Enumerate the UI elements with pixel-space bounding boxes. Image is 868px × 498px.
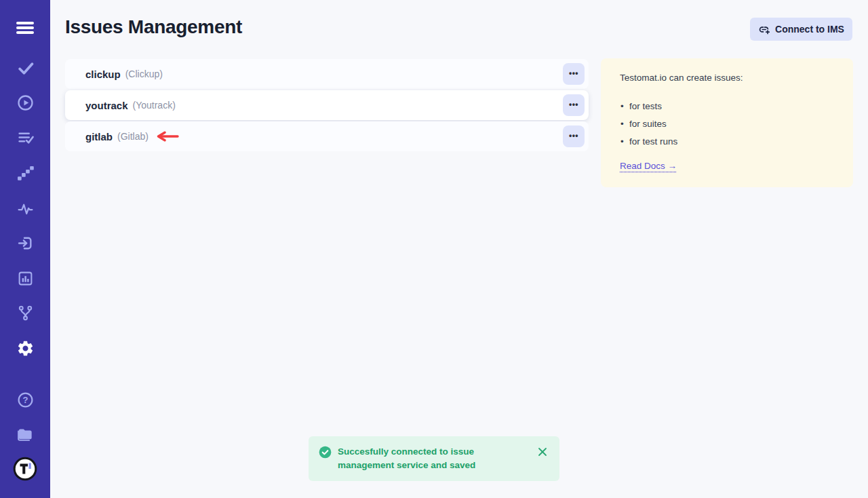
sidebar-item-projects[interactable] xyxy=(0,424,50,444)
hamburger-icon xyxy=(16,21,35,35)
ims-type: (Youtrack) xyxy=(133,100,176,111)
info-box: Testomat.io can create issues: for tests… xyxy=(601,58,853,187)
info-bullet-list: for tests for suites for test runs xyxy=(620,98,834,151)
ims-name: youtrack xyxy=(85,100,128,111)
ims-row-gitlab[interactable]: gitlab (Gitlab) ••• xyxy=(65,121,589,151)
testomatio-logo-icon xyxy=(13,457,37,481)
info-box-title: Testomat.io can create issues: xyxy=(620,73,834,83)
sidebar-item-analytics[interactable] xyxy=(0,198,50,218)
sidebar-item-steps[interactable] xyxy=(0,163,50,183)
app-logo[interactable] xyxy=(0,456,50,482)
connect-to-ims-button[interactable]: Connect to IMS xyxy=(750,18,852,41)
ims-row-clickup[interactable]: clickup (Clickup) ••• xyxy=(65,59,589,89)
pulse-icon xyxy=(17,200,34,217)
sidebar-item-test-plans[interactable] xyxy=(0,128,50,148)
toast-close-button[interactable] xyxy=(536,445,549,459)
red-arrow-left-icon xyxy=(155,131,179,142)
gear-icon xyxy=(16,339,35,358)
folder-icon xyxy=(16,425,34,443)
ellipsis-icon: ••• xyxy=(569,131,578,140)
info-bullet: for test runs xyxy=(620,133,834,151)
ims-type: (Gitlab) xyxy=(117,131,149,142)
sidebar-item-runs[interactable] xyxy=(0,92,50,113)
ims-row-youtrack[interactable]: youtrack (Youtrack) ••• xyxy=(65,90,589,120)
sidebar: ? xyxy=(0,0,50,498)
connect-to-ims-label: Connect to IMS xyxy=(775,24,844,35)
row-menu-button[interactable]: ••• xyxy=(563,63,585,85)
link-plus-icon xyxy=(758,24,770,35)
read-docs-link[interactable]: Read Docs → xyxy=(620,161,677,171)
stairs-icon xyxy=(17,165,34,182)
check-icon xyxy=(17,60,34,77)
page-title: Issues Management xyxy=(65,16,242,38)
ims-name: clickup xyxy=(85,69,121,80)
success-check-icon xyxy=(319,446,332,481)
sidebar-item-tests[interactable] xyxy=(0,58,50,78)
svg-text:?: ? xyxy=(22,395,28,405)
sidebar-item-help[interactable]: ? xyxy=(0,389,50,410)
list-check-icon xyxy=(17,130,34,147)
success-toast: Succesfully connected to issue managemen… xyxy=(309,436,559,481)
ellipsis-icon: ••• xyxy=(569,100,578,109)
toast-message: Succesfully connected to issue managemen… xyxy=(338,445,525,481)
sign-in-icon xyxy=(17,235,34,252)
ims-type: (Clickup) xyxy=(125,69,163,79)
row-menu-button[interactable]: ••• xyxy=(563,94,585,116)
git-branch-icon xyxy=(17,305,34,322)
info-bullet: for suites xyxy=(620,115,834,133)
ellipsis-icon: ••• xyxy=(569,69,578,78)
row-menu-button[interactable]: ••• xyxy=(563,126,585,147)
play-circle-icon xyxy=(17,94,34,111)
menu-button[interactable] xyxy=(0,18,50,38)
sidebar-item-settings-active[interactable] xyxy=(0,338,50,358)
close-icon xyxy=(538,447,547,457)
ims-list: clickup (Clickup) ••• youtrack (Youtrack… xyxy=(65,59,589,153)
sidebar-item-reports[interactable] xyxy=(0,268,50,288)
bar-chart-icon xyxy=(17,270,34,287)
info-bullet: for tests xyxy=(620,98,834,115)
question-circle-icon: ? xyxy=(17,391,34,408)
sidebar-item-branches[interactable] xyxy=(0,303,50,323)
sidebar-item-import[interactable] xyxy=(0,233,50,253)
ims-name: gitlab xyxy=(85,131,113,142)
